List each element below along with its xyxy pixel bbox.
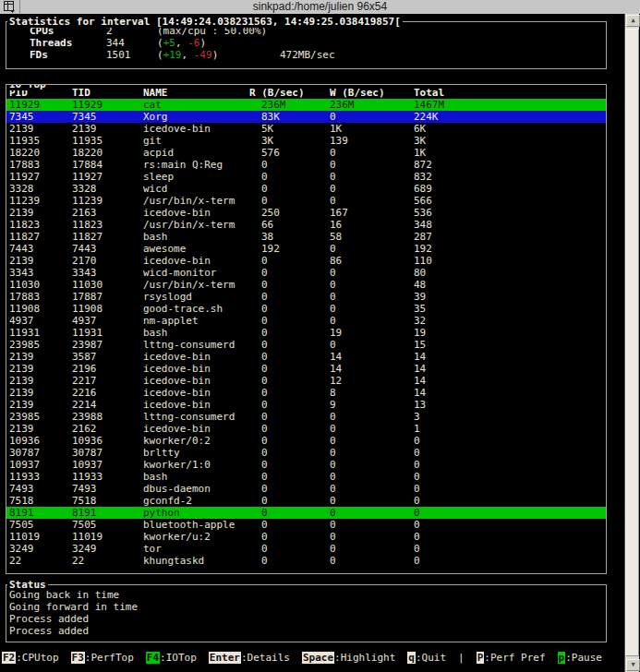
stats-delta-part: , (182, 49, 194, 61)
cell-read: 66 (249, 219, 330, 231)
cell-tid: 2162 (72, 423, 143, 435)
cell-total: 0 (414, 531, 606, 543)
cell-total: 14 (414, 387, 606, 399)
titlebar[interactable]: sinkpad:/home/julien 96x54 (0, 0, 640, 14)
cell-tid: 7443 (72, 243, 143, 255)
iotop-row: 1182311823/usr/bin/x-term6616348 (6, 219, 606, 231)
cell-read: 192 (249, 243, 330, 255)
cell-name: icedove-bin (143, 387, 249, 399)
hotkey-label: :Highlight (334, 652, 395, 664)
hotkey-perf-pref[interactable]: P:Perf Pref (477, 652, 546, 664)
cell-total: 0 (414, 543, 606, 555)
cell-pid: 11927 (9, 171, 72, 183)
scrollbar[interactable]: ▲ ▼ (622, 14, 640, 672)
cell-total: 48 (414, 279, 606, 291)
iotop-row: 75057505bluetooth-apple000 (6, 519, 606, 531)
cell-tid: 18220 (72, 147, 143, 159)
cell-pid: 7345 (9, 111, 72, 123)
cell-pid: 11823 (9, 219, 72, 231)
cell-tid: 3328 (72, 183, 143, 195)
cell-pid: 17883 (9, 159, 72, 171)
cell-name: sleep (143, 171, 249, 183)
cell-tid: 2139 (72, 123, 143, 135)
cell-write: 9 (330, 399, 414, 411)
cell-name: awesome (143, 243, 249, 255)
iotop-row: 2398523988lttng-consumerd003 (6, 411, 606, 423)
cell-write: 0 (330, 183, 414, 195)
cell-name: icedove-bin (143, 375, 249, 387)
cell-name: icedove-bin (143, 399, 249, 411)
cell-total: 224K (414, 111, 606, 123)
hotkey-label: :CPUtop (16, 652, 58, 664)
cell-tid: 11019 (72, 531, 143, 543)
hotkey-quit[interactable]: q:Quit (407, 652, 446, 664)
cell-name: icedove-bin (143, 123, 249, 135)
cell-name: gconfd-2 (143, 495, 249, 507)
iotop-row: 1788317884rs:main Q:Reg00872 (6, 159, 606, 171)
cell-tid: 4937 (72, 315, 143, 327)
cell-write: 58 (330, 231, 414, 243)
cell-write: 0 (330, 111, 414, 123)
cell-name: kworker/0:2 (143, 435, 249, 447)
cell-read: 0 (249, 303, 330, 315)
stats-value: 344 (106, 37, 157, 49)
cell-total: 19 (414, 327, 606, 339)
cell-name: /usr/bin/x-term (143, 219, 249, 231)
iotop-row: 74437443awesome1920192 (6, 243, 606, 255)
cell-tid: 7505 (72, 519, 143, 531)
cell-read: 0 (249, 183, 330, 195)
stats-row: Threads344(+5, -6) (6, 37, 606, 49)
hotkey-perftop[interactable]: F3:PerfTop (71, 652, 134, 664)
iotop-panel: IO Top PID TID NAME R (B/sec) W (B/sec) … (6, 84, 607, 574)
cell-tid: 3249 (72, 543, 143, 555)
cell-pid: 7493 (9, 483, 72, 495)
cell-write: 1K (330, 123, 414, 135)
iotop-row: 73457345Xorg83K0224K (6, 111, 606, 123)
cell-read: 0 (249, 411, 330, 423)
cell-total: 32 (414, 315, 606, 327)
status-message: Process added (9, 625, 606, 637)
cell-write: 0 (330, 303, 414, 315)
hotkey-cputop[interactable]: F2:CPUtop (2, 652, 59, 664)
cell-name: bash (143, 471, 249, 483)
cell-pid: 11827 (9, 231, 72, 243)
hotkey-pause[interactable]: p:Pause (558, 652, 602, 664)
cell-tid: 3587 (72, 351, 143, 363)
cell-total: 3 (414, 411, 606, 423)
status-panel-title: Status (7, 579, 48, 591)
status-message: Going back in time (9, 589, 606, 601)
cell-total: 39 (414, 291, 606, 303)
scrollbar-thumb[interactable] (625, 29, 639, 656)
hotkey-key-badge: q (407, 652, 416, 664)
cell-pid: 3249 (9, 543, 72, 555)
iotop-row: 1093710937kworker/1:0000 (6, 459, 606, 471)
cell-write: 0 (330, 483, 414, 495)
cell-total: 689 (414, 183, 606, 195)
cell-pid: 7443 (9, 243, 72, 255)
cell-pid: 3343 (9, 267, 72, 279)
cell-read: 0 (249, 171, 330, 183)
cell-read: 0 (249, 351, 330, 363)
cell-tid: 11929 (72, 99, 143, 111)
cell-read: 0 (249, 543, 330, 555)
cell-tid: 2163 (72, 207, 143, 219)
statistics-rows: CPUs2(max/cpu : 50.00%)Threads344(+5, -6… (6, 22, 606, 61)
cell-pid: 11030 (9, 279, 72, 291)
cell-total: 348 (414, 219, 606, 231)
cell-pid: 2139 (9, 375, 72, 387)
iotop-row: 1192911929cat236M236M1467M (6, 99, 606, 111)
cell-pid: 3328 (9, 183, 72, 195)
hotkey-details[interactable]: Enter:Details (209, 652, 290, 664)
window-title: sinkpad:/home/julien 96x54 (0, 1, 640, 13)
scroll-up-button[interactable]: ▲ (626, 15, 640, 27)
cell-pid: 10937 (9, 459, 72, 471)
cell-name: /usr/bin/x-term (143, 279, 249, 291)
cell-read: 0 (249, 315, 330, 327)
cell-pid: 4937 (9, 315, 72, 327)
hotkey-separator: | (458, 652, 465, 664)
hotkey-highlight[interactable]: Space:Highlight (302, 652, 395, 664)
iotop-table-header: PID TID NAME R (B/sec) W (B/sec) Total (6, 87, 606, 99)
cell-tid: 11239 (72, 195, 143, 207)
scroll-down-button[interactable]: ▼ (626, 659, 640, 671)
hotkey-iotop[interactable]: F4:IOTop (146, 652, 197, 664)
